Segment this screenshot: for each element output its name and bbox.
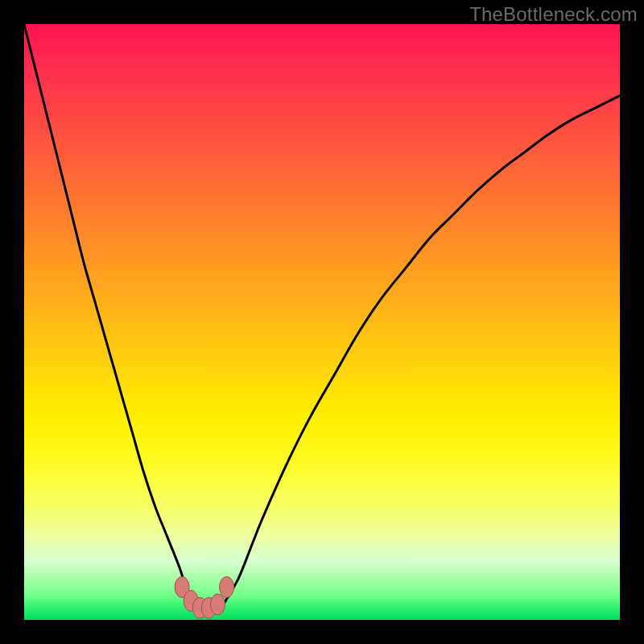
bottleneck-curve [24, 24, 620, 614]
watermark-text: TheBottleneck.com [469, 3, 638, 26]
plot-area [24, 24, 620, 620]
bottleneck-markers [175, 576, 234, 618]
curve-layer [24, 24, 620, 620]
chart-frame: TheBottleneck.com [0, 0, 644, 644]
bottleneck-marker [211, 594, 225, 615]
bottleneck-marker [220, 576, 234, 597]
